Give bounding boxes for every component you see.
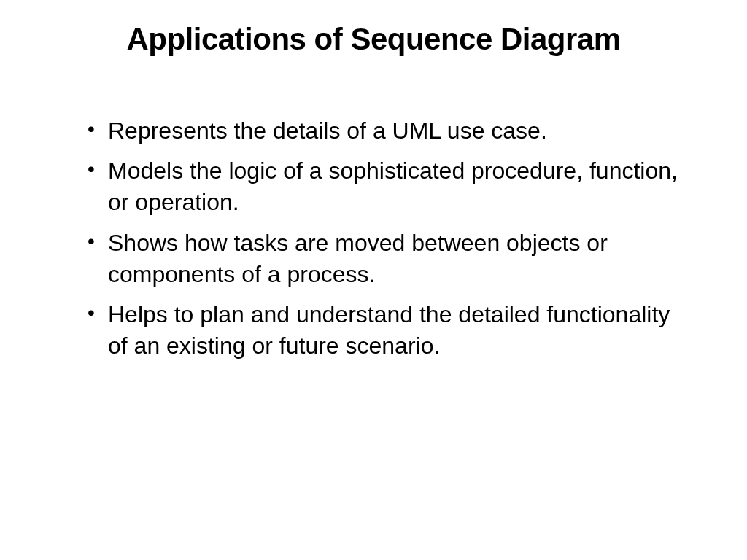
bullet-list: Represents the details of a UML use case…	[66, 115, 681, 362]
list-item: Helps to plan and understand the detaile…	[88, 299, 681, 362]
list-item: Shows how tasks are moved between object…	[88, 228, 681, 290]
slide-container: Applications of Sequence Diagram Represe…	[0, 0, 747, 560]
list-item: Represents the details of a UML use case…	[88, 115, 681, 147]
slide-title: Applications of Sequence Diagram	[66, 22, 681, 57]
list-item: Models the logic of a sophisticated proc…	[88, 155, 681, 218]
